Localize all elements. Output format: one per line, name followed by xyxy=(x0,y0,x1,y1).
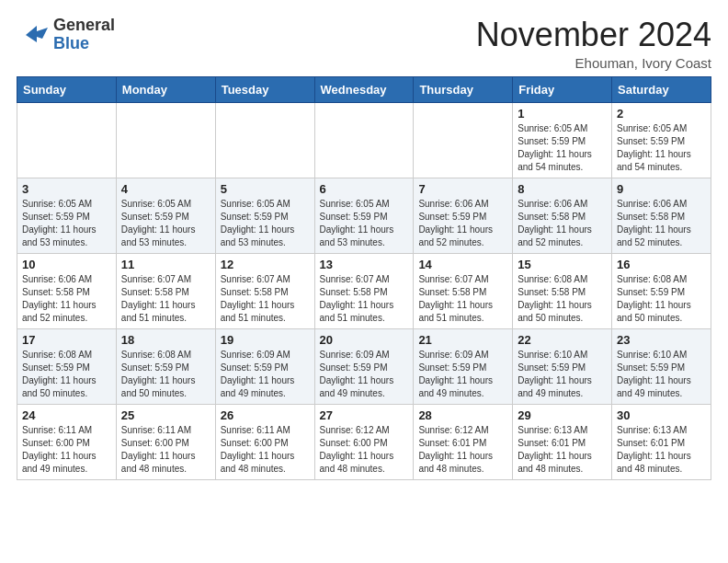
calendar-cell: 30Sunrise: 6:13 AMSunset: 6:01 PMDayligh… xyxy=(612,404,711,479)
weekday-row: SundayMondayTuesdayWednesdayThursdayFrid… xyxy=(17,76,711,102)
calendar-cell: 18Sunrise: 6:08 AMSunset: 5:59 PMDayligh… xyxy=(116,328,215,404)
title-block: November 2024 Ehouman, Ivory Coast xyxy=(476,17,711,71)
calendar-cell: 21Sunrise: 6:09 AMSunset: 5:59 PMDayligh… xyxy=(414,328,513,404)
day-info: Sunrise: 6:06 AMSunset: 5:58 PMDaylight:… xyxy=(518,198,607,249)
day-info: Sunrise: 6:05 AMSunset: 5:59 PMDaylight:… xyxy=(320,198,409,249)
calendar-cell: 3Sunrise: 6:05 AMSunset: 5:59 PMDaylight… xyxy=(17,178,117,253)
calendar-cell: 5Sunrise: 6:05 AMSunset: 5:59 PMDaylight… xyxy=(215,178,314,253)
day-number: 20 xyxy=(320,333,409,347)
logo-icon xyxy=(17,18,50,52)
day-info: Sunrise: 6:07 AMSunset: 5:58 PMDaylight:… xyxy=(221,273,310,325)
day-info: Sunrise: 6:10 AMSunset: 5:59 PMDaylight:… xyxy=(617,349,706,400)
calendar-week: 17Sunrise: 6:08 AMSunset: 5:59 PMDayligh… xyxy=(17,328,711,404)
calendar-cell xyxy=(17,102,117,178)
weekday-header: Thursday xyxy=(414,76,513,102)
day-info: Sunrise: 6:05 AMSunset: 5:59 PMDaylight:… xyxy=(121,198,210,249)
calendar-cell: 20Sunrise: 6:09 AMSunset: 5:59 PMDayligh… xyxy=(314,328,414,404)
calendar-cell xyxy=(314,102,414,178)
weekday-header: Friday xyxy=(513,76,612,102)
day-info: Sunrise: 6:08 AMSunset: 5:59 PMDaylight:… xyxy=(22,349,111,400)
day-info: Sunrise: 6:11 AMSunset: 6:00 PMDaylight:… xyxy=(22,424,111,476)
calendar-header: SundayMondayTuesdayWednesdayThursdayFrid… xyxy=(17,76,711,102)
calendar-cell: 27Sunrise: 6:12 AMSunset: 6:00 PMDayligh… xyxy=(314,404,414,479)
calendar-cell: 1Sunrise: 6:05 AMSunset: 5:59 PMDaylight… xyxy=(513,102,612,178)
day-info: Sunrise: 6:07 AMSunset: 5:58 PMDaylight:… xyxy=(320,273,409,325)
day-info: Sunrise: 6:06 AMSunset: 5:58 PMDaylight:… xyxy=(22,273,111,325)
calendar-cell: 26Sunrise: 6:11 AMSunset: 6:00 PMDayligh… xyxy=(215,404,314,479)
day-info: Sunrise: 6:05 AMSunset: 5:59 PMDaylight:… xyxy=(22,198,111,249)
calendar-cell: 29Sunrise: 6:13 AMSunset: 6:01 PMDayligh… xyxy=(513,404,612,479)
day-number: 27 xyxy=(320,408,409,422)
page: General Blue November 2024 Ehouman, Ivor… xyxy=(0,0,728,489)
weekday-header: Sunday xyxy=(17,76,117,102)
calendar-cell: 9Sunrise: 6:06 AMSunset: 5:58 PMDaylight… xyxy=(612,178,711,253)
day-info: Sunrise: 6:05 AMSunset: 5:59 PMDaylight:… xyxy=(221,198,310,249)
day-number: 21 xyxy=(418,333,507,347)
day-number: 12 xyxy=(221,258,310,271)
day-info: Sunrise: 6:07 AMSunset: 5:58 PMDaylight:… xyxy=(121,273,210,325)
day-number: 29 xyxy=(518,408,607,422)
weekday-header: Wednesday xyxy=(314,76,414,102)
day-info: Sunrise: 6:08 AMSunset: 5:58 PMDaylight:… xyxy=(518,273,607,325)
day-info: Sunrise: 6:12 AMSunset: 6:01 PMDaylight:… xyxy=(418,424,507,476)
weekday-header: Tuesday xyxy=(215,76,314,102)
day-number: 26 xyxy=(221,408,310,422)
logo-general-text: General xyxy=(53,17,115,35)
calendar-cell: 28Sunrise: 6:12 AMSunset: 6:01 PMDayligh… xyxy=(414,404,513,479)
day-number: 11 xyxy=(121,258,210,271)
calendar-week: 3Sunrise: 6:05 AMSunset: 5:59 PMDaylight… xyxy=(17,178,711,253)
day-info: Sunrise: 6:09 AMSunset: 5:59 PMDaylight:… xyxy=(418,349,507,400)
day-info: Sunrise: 6:10 AMSunset: 5:59 PMDaylight:… xyxy=(518,349,607,400)
month-title: November 2024 xyxy=(476,17,711,53)
calendar-week: 1Sunrise: 6:05 AMSunset: 5:59 PMDaylight… xyxy=(17,102,711,178)
logo: General Blue xyxy=(17,17,115,53)
day-info: Sunrise: 6:05 AMSunset: 5:59 PMDaylight:… xyxy=(617,122,706,174)
day-number: 3 xyxy=(22,182,111,196)
day-number: 7 xyxy=(418,182,507,196)
day-number: 25 xyxy=(121,408,210,422)
day-number: 4 xyxy=(121,182,210,196)
weekday-header: Monday xyxy=(116,76,215,102)
header: General Blue November 2024 Ehouman, Ivor… xyxy=(17,17,711,71)
calendar-week: 24Sunrise: 6:11 AMSunset: 6:00 PMDayligh… xyxy=(17,404,711,479)
calendar-cell: 16Sunrise: 6:08 AMSunset: 5:59 PMDayligh… xyxy=(612,253,711,328)
calendar-cell: 23Sunrise: 6:10 AMSunset: 5:59 PMDayligh… xyxy=(612,328,711,404)
calendar-week: 10Sunrise: 6:06 AMSunset: 5:58 PMDayligh… xyxy=(17,253,711,328)
day-info: Sunrise: 6:08 AMSunset: 5:59 PMDaylight:… xyxy=(121,349,210,400)
day-info: Sunrise: 6:13 AMSunset: 6:01 PMDaylight:… xyxy=(617,424,706,476)
logo-blue-text: Blue xyxy=(53,35,115,53)
day-number: 19 xyxy=(221,333,310,347)
day-info: Sunrise: 6:11 AMSunset: 6:00 PMDaylight:… xyxy=(121,424,210,476)
svg-marker-0 xyxy=(26,26,48,42)
day-number: 16 xyxy=(617,258,706,271)
day-info: Sunrise: 6:13 AMSunset: 6:01 PMDaylight:… xyxy=(518,424,607,476)
weekday-header: Saturday xyxy=(612,76,711,102)
calendar-cell xyxy=(414,102,513,178)
calendar-cell: 14Sunrise: 6:07 AMSunset: 5:58 PMDayligh… xyxy=(414,253,513,328)
calendar-cell: 19Sunrise: 6:09 AMSunset: 5:59 PMDayligh… xyxy=(215,328,314,404)
calendar-cell: 7Sunrise: 6:06 AMSunset: 5:59 PMDaylight… xyxy=(414,178,513,253)
calendar-cell: 10Sunrise: 6:06 AMSunset: 5:58 PMDayligh… xyxy=(17,253,117,328)
day-number: 24 xyxy=(22,408,111,422)
calendar-cell: 13Sunrise: 6:07 AMSunset: 5:58 PMDayligh… xyxy=(314,253,414,328)
calendar-cell: 8Sunrise: 6:06 AMSunset: 5:58 PMDaylight… xyxy=(513,178,612,253)
day-number: 22 xyxy=(518,333,607,347)
calendar-cell: 4Sunrise: 6:05 AMSunset: 5:59 PMDaylight… xyxy=(116,178,215,253)
calendar-cell: 6Sunrise: 6:05 AMSunset: 5:59 PMDaylight… xyxy=(314,178,414,253)
calendar-cell: 24Sunrise: 6:11 AMSunset: 6:00 PMDayligh… xyxy=(17,404,117,479)
day-number: 14 xyxy=(418,258,507,271)
calendar-cell: 11Sunrise: 6:07 AMSunset: 5:58 PMDayligh… xyxy=(116,253,215,328)
calendar-cell: 15Sunrise: 6:08 AMSunset: 5:58 PMDayligh… xyxy=(513,253,612,328)
day-number: 13 xyxy=(320,258,409,271)
calendar: SundayMondayTuesdayWednesdayThursdayFrid… xyxy=(17,76,711,480)
day-number: 30 xyxy=(617,408,706,422)
day-number: 17 xyxy=(22,333,111,347)
day-info: Sunrise: 6:08 AMSunset: 5:59 PMDaylight:… xyxy=(617,273,706,325)
day-info: Sunrise: 6:09 AMSunset: 5:59 PMDaylight:… xyxy=(221,349,310,400)
calendar-cell xyxy=(215,102,314,178)
day-number: 18 xyxy=(121,333,210,347)
location: Ehouman, Ivory Coast xyxy=(476,55,711,71)
calendar-cell xyxy=(116,102,215,178)
day-number: 9 xyxy=(617,182,706,196)
calendar-body: 1Sunrise: 6:05 AMSunset: 5:59 PMDaylight… xyxy=(17,102,711,479)
